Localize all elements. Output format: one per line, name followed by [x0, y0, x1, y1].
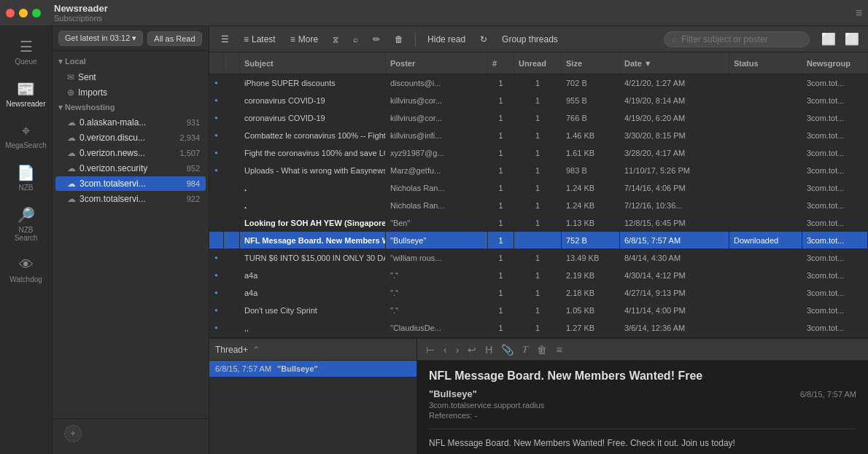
row-size: 1.05 KB	[562, 302, 620, 318]
row-size: 1.13 KB	[562, 214, 620, 231]
col-header-size[interactable]: Size	[562, 52, 620, 74]
sidebar-item-watchdog[interactable]: 👁 Watchdog	[4, 251, 48, 289]
col-header-poster[interactable]: Poster	[386, 52, 488, 74]
row-unread: 1	[514, 302, 562, 318]
all-as-read-button[interactable]: All as Read	[147, 31, 201, 46]
group-threads-button[interactable]: Group threads	[496, 31, 564, 47]
col-header-status[interactable]: Status	[729, 52, 802, 74]
article-row[interactable]: ●a4a"."112.19 KB4/30/14, 4:12 PM3com.tot…	[209, 267, 868, 284]
col-header-indicator[interactable]	[209, 52, 224, 74]
row-mark	[224, 197, 240, 214]
tree-item-5[interactable]: ☁ 3com.totalservi... 922	[55, 192, 206, 206]
sub-count-1: 2,934	[179, 133, 200, 142]
view-columns-button[interactable]: ⬜	[842, 31, 862, 47]
tree-item-4[interactable]: ☁ 3com.totalservi... 984	[55, 176, 206, 191]
article-row[interactable]: ●Fight the coronavirus 100% and save LOT…	[209, 144, 868, 162]
row-status	[729, 284, 802, 301]
add-subscription-button[interactable]: +	[64, 425, 82, 442]
article-row[interactable]: ●Uploads - What is wrong with EasynewsMa…	[209, 162, 868, 179]
more-button[interactable]: ≡ More	[284, 31, 324, 47]
sidebar-item-queue[interactable]: ☰ Queue	[4, 32, 48, 71]
queue-icon: ☰	[20, 38, 33, 55]
article-row[interactable]: ●coronavirus COVID-19killvirus@cor...119…	[209, 92, 868, 109]
viewer-back-button[interactable]: ⊢	[423, 343, 438, 357]
hide-read-button[interactable]: Hide read	[422, 31, 471, 47]
row-subject: Combattez le coronavirus 100% -- Fight c…	[240, 127, 386, 144]
thread-expand-icon: ⌃	[252, 345, 260, 355]
viewer-info-button[interactable]: H	[482, 343, 495, 357]
server-icon-0: ☁	[67, 117, 76, 128]
viewer-format-button[interactable]: 𝑇	[519, 342, 531, 357]
close-button[interactable]	[6, 9, 15, 17]
col-header-date[interactable]: Date ▼	[620, 52, 729, 74]
viewer-prev-button[interactable]: ‹	[441, 343, 450, 357]
col-header-newsgroup[interactable]: Newsgroup	[802, 52, 868, 74]
hamburger-icon[interactable]: ≡	[856, 7, 862, 20]
col-header-subject[interactable]: Subject	[240, 52, 386, 74]
viewer-more-button[interactable]: ≡	[553, 343, 565, 357]
compose-button[interactable]: ✏	[367, 31, 386, 47]
article-row[interactable]: ●,,"ClaudiusDe...111.27 KB3/6/14, 12:36 …	[209, 319, 868, 337]
row-newsgroup: 3com.tot...	[802, 319, 868, 336]
search-button[interactable]: ⌕	[347, 31, 364, 47]
delete-button[interactable]: 🗑	[389, 31, 409, 47]
sidebar-item-nzbsearch[interactable]: 🔎 NZB Search	[4, 200, 48, 248]
article-row[interactable]: .Nicholas Ran...111.24 KB7/14/16, 4:06 P…	[209, 179, 868, 197]
tree-item-1[interactable]: ☁ 0.verizon.discu... 2,934	[55, 130, 206, 145]
refresh-button[interactable]: ↻	[474, 31, 493, 47]
article-row[interactable]: ●Don't use City Sprint"."111.05 KB4/11/1…	[209, 302, 868, 319]
thread-item[interactable]: 6/8/15, 7:57 AM "Bullseye"	[209, 361, 416, 377]
viewer-delete-button[interactable]: 🗑	[534, 343, 550, 357]
tree-item-2[interactable]: ☁ 0.verizon.news... 1,507	[55, 146, 206, 160]
search-input[interactable]	[681, 34, 798, 44]
local-section-header[interactable]: ▾ Local	[53, 54, 209, 69]
row-status	[729, 144, 802, 161]
tree-item-3[interactable]: ☁ 0.verizon.security 852	[55, 161, 206, 176]
sidebar-item-newsreader[interactable]: 📰 Newsreader	[4, 74, 48, 114]
article-row[interactable]: ●a4a"."112.18 KB4/27/14, 9:13 PM3com.tot…	[209, 284, 868, 302]
row-size: 1.24 KB	[562, 179, 620, 196]
sidebar-item-nzb[interactable]: 📄 NZB	[4, 158, 48, 197]
row-newsgroup: 3com.tot...	[802, 267, 868, 283]
row-date: 7/14/16, 4:06 PM	[620, 179, 729, 196]
article-row[interactable]: NFL Message Board. New Members Wanted! F…	[209, 232, 868, 249]
tree-item-sent[interactable]: ✉ Sent	[55, 70, 206, 85]
row-status	[729, 267, 802, 283]
article-row[interactable]: Looking for SOH AH YEW (Singapore)"Ben"1…	[209, 214, 868, 232]
row-unread: 1	[514, 127, 562, 144]
row-mark	[224, 74, 240, 91]
row-unread: 1	[514, 92, 562, 109]
minimize-button[interactable]	[19, 9, 28, 17]
tree-item-imports[interactable]: ⊕ Imports	[55, 85, 206, 100]
article-row[interactable]: ●Combattez le coronavirus 100% -- Fight …	[209, 127, 868, 144]
tree-item-0[interactable]: ☁ 0.alaskan-mala... 931	[55, 115, 206, 130]
newshosting-section-header[interactable]: ▾ Newshosting	[53, 101, 209, 114]
row-dot-indicator: ●	[209, 144, 224, 161]
article-row[interactable]: .Nicholas Ran...111.24 KB7/12/16, 10:36.…	[209, 197, 868, 214]
maximize-button[interactable]	[32, 9, 41, 17]
col-header-unread[interactable]: Unread	[514, 52, 562, 74]
row-size: 766 B	[562, 109, 620, 126]
row-date: 4/19/20, 6:20 AM	[620, 109, 729, 126]
article-row[interactable]: ●iPhone SUPER discountsdiscounts@i...117…	[209, 74, 868, 92]
col-header-num[interactable]: #	[488, 52, 514, 74]
row-unread: 1	[514, 197, 562, 214]
col-header-mark[interactable]	[224, 52, 240, 74]
sidebar-item-megasearch[interactable]: ⌖ MegaSearch	[4, 117, 48, 155]
filter-button[interactable]: ⧖	[327, 31, 344, 47]
latest-button[interactable]: ≡ Latest	[238, 31, 282, 47]
viewer-reply-button[interactable]: ↩	[465, 343, 479, 357]
viewer-attachment-button[interactable]: 📎	[498, 343, 516, 357]
row-num: 1	[488, 144, 514, 161]
row-num: 1	[488, 249, 514, 266]
article-row[interactable]: ●coronavirus COVID-19killvirus@cor...117…	[209, 109, 868, 127]
get-latest-button[interactable]: Get latest in 03:12 ▾	[58, 31, 143, 46]
viewer-next-button[interactable]: ›	[453, 343, 462, 357]
row-mark	[224, 109, 240, 126]
row-subject: iPhone SUPER discounts	[240, 74, 386, 91]
view-pane-button[interactable]: ⬜	[818, 31, 839, 47]
sidebar-toggle-button[interactable]: ☰	[215, 31, 235, 47]
row-mark	[224, 214, 240, 231]
article-row[interactable]: ●TURN $6 INTO $15,000 IN ONLY 30 DAYS...…	[209, 249, 868, 267]
filter-icon: ⧖	[333, 34, 338, 44]
